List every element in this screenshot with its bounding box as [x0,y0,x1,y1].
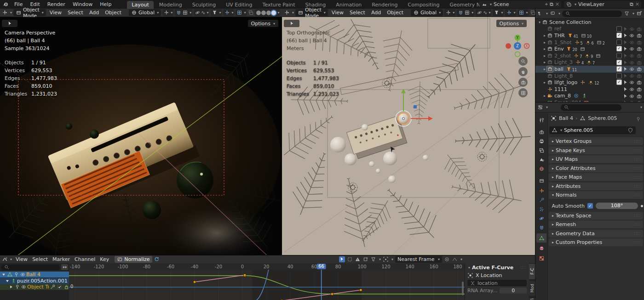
eye-toggle-icon[interactable] [629,53,635,59]
properties-tab-material[interactable] [536,243,546,253]
camera-toggle-icon[interactable] [636,60,642,66]
outliner-row-ref[interactable]: ref [535,26,644,33]
sidebar-tab-vi[interactable]: Vi [529,297,535,300]
camera-toggle-icon[interactable] [636,66,642,72]
gizmos-toggle-icon[interactable] [224,10,230,16]
viewport-menu-add[interactable]: Add [87,10,101,16]
outliner-search-input[interactable] [562,11,622,17]
pivot-point-icon[interactable] [383,256,389,262]
expand-channels-button[interactable]: ↔ [61,264,68,270]
cursor-toggle-icon[interactable] [622,33,628,39]
falloff-curve[interactable]: ∿ [201,10,205,16]
auto-normalize-refresh-icon[interactable] [154,256,160,262]
shading-wireframe[interactable] [256,11,261,15]
transform-markers-icon[interactable] [362,256,368,262]
gizmo-plane-handle[interactable] [414,105,417,108]
close-icon[interactable]: ✕ [555,1,559,7]
properties-tab-collection[interactable] [536,176,546,185]
cursor-toggle-icon[interactable] [622,40,628,45]
viewport-editor-icon[interactable] [2,10,8,16]
workspace-tab-sculpting[interactable]: Sculpting [188,1,220,9]
curve-area[interactable]: 0 [69,270,465,300]
section-remesh[interactable]: ▸Remesh:::: [549,221,643,228]
eye-toggle-icon[interactable] [629,93,635,99]
cb-check-icon[interactable] [57,284,62,290]
shield-icon[interactable] [627,127,633,133]
expand-icon[interactable]: ▸ [542,80,547,85]
expand-icon[interactable]: ▸ [542,40,547,45]
properties-tab-tool[interactable] [536,115,546,125]
sidebar-tab-f-c[interactable]: F-C [529,263,535,280]
orientation-dropdown[interactable]: Global▾ [411,9,443,16]
topbar-menu-help[interactable]: Help [96,1,115,7]
keyframe-point[interactable] [360,289,362,291]
snap-target-icon[interactable] [464,10,470,16]
disclosure-icon[interactable] [9,284,13,290]
proportional-edit-icon[interactable] [477,10,483,16]
outliner-row-scene-collection[interactable]: ▾Scene Collection [535,19,644,26]
properties-tab-render[interactable] [536,127,546,136]
camera-toggle-icon[interactable] [636,93,642,99]
viewport-rendered[interactable]: Options▾ Camera Perspective (66) ball | … [0,17,282,255]
section-shape-keys[interactable]: ▸Shape Keys:::: [549,147,643,154]
cursor-toggle-icon[interactable] [622,93,628,99]
display-mode-icon[interactable] [550,11,556,17]
overlays-toggle-icon[interactable] [518,10,524,16]
workspace-tab-modeling[interactable]: Modeling [155,1,187,9]
eye-toggle-icon[interactable] [629,73,635,79]
cursor-toggle-icon[interactable] [622,73,628,79]
outliner-row-light_3[interactable]: ▸Light_347✓ [535,59,644,66]
graph-menu-view[interactable]: View [13,256,30,262]
lock-icon[interactable] [63,284,69,290]
eye-toggle-icon[interactable] [629,46,635,52]
breadcrumb-object[interactable]: Ball 4 [559,115,573,121]
outliner-editor-icon[interactable] [537,11,543,17]
keyframe-point[interactable] [244,274,246,276]
section-attributes[interactable]: ▸Attributes:::: [549,182,643,190]
cursor-toggle-icon[interactable] [622,26,628,32]
chevron-down-icon[interactable]: ▾ [468,266,470,270]
camera-toggle-icon[interactable] [636,33,642,39]
viewport-menu-add[interactable]: Add [369,10,383,16]
outliner-row-2_shot[interactable]: ▸2_shot79 [535,52,644,59]
orientation-dropdown[interactable]: Global▾ [129,9,161,16]
viewport-solid[interactable]: Options▾ Top Orthographic (66) ball | Ba… [282,17,535,255]
outliner-row-1111[interactable]: 1111 [535,86,644,93]
section-normals[interactable]: ▾Normals:::: [549,191,643,199]
outliner-row-thr[interactable]: ▸THR4110✓ [535,32,644,39]
camera-toggle-icon[interactable] [636,53,642,59]
cursor-toggle-icon[interactable] [622,79,628,85]
show-errors-icon[interactable] [355,256,361,262]
eye-toggle-icon[interactable] [629,26,635,32]
new-collection-icon[interactable] [636,11,642,17]
eye-toggle-icon[interactable] [629,33,635,39]
properties-tab-data[interactable] [536,233,546,243]
viewport-editor-icon[interactable] [284,10,290,16]
camera-toggle-icon[interactable] [636,40,642,45]
section-geometry-data[interactable]: ▸Geometry Data:::: [549,230,643,238]
falloff-curve[interactable]: ∿ [483,10,487,16]
auto-smooth-checkbox[interactable]: ✓ [587,203,593,209]
falloff-curve-icon[interactable] [452,256,458,262]
wrench-icon[interactable] [50,284,55,290]
snap-target-icon[interactable] [182,10,188,16]
close-icon[interactable]: ✕ [635,1,639,7]
eye-icon[interactable] [21,284,26,290]
workspace-tab-layout[interactable]: Layout [127,1,153,9]
show-markers-icon[interactable] [347,256,353,262]
cursor-toggle-icon[interactable] [622,66,628,72]
section-face-maps[interactable]: ▸Face Maps:::: [549,173,643,181]
show-object-types-icon[interactable] [212,10,218,16]
outliner-row-ball[interactable]: ▸ball11✓ [535,66,644,73]
expand-icon[interactable]: ▸ [542,60,547,64]
viewlayer-selector[interactable]: ▾ ViewLayer ⧉ ✕ [564,1,641,8]
channel-search-input[interactable] [1,265,60,270]
camera-toggle-icon[interactable] [636,86,642,92]
mode-dropdown[interactable]: Object Mode▾ [295,9,328,16]
overlays-toggle-icon[interactable] [236,10,242,16]
properties-editor-icon[interactable] [537,104,543,110]
pan-button[interactable] [518,67,528,76]
pin-icon[interactable]: ⌖ [545,1,548,7]
cursor-toggle-icon[interactable] [622,53,628,59]
expand-icon[interactable]: ▸ [542,54,547,58]
